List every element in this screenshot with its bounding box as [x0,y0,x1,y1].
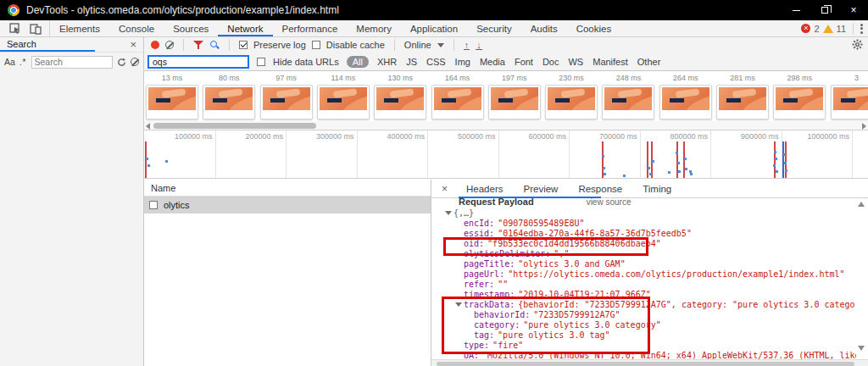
minimize-button[interactable] [782,0,810,20]
filter-type-doc[interactable]: Doc [542,56,560,68]
request-dot [785,169,787,172]
detail-tab-preview[interactable]: Preview [513,181,568,197]
search-close-icon[interactable]: × [130,38,136,51]
tab-memory[interactable]: Memory [347,20,401,36]
detail-tab-headers[interactable]: Headers [456,181,513,197]
page-thumbnail-image [376,87,424,110]
match-case-button[interactable]: Aa [4,57,15,67]
search-panel-tab[interactable]: Search [0,38,95,52]
detail-tab-timing[interactable]: Timing [632,181,682,197]
tab-application[interactable]: Application [401,20,467,36]
hide-data-urls-checkbox[interactable] [257,58,265,66]
tab-elements[interactable]: Elements [50,20,109,36]
scrollbar-thumb[interactable] [153,123,316,129]
search-input[interactable] [31,56,113,69]
filmstrip-frame[interactable]: 248 ms [602,73,654,120]
page-thumbnail-image [320,87,367,110]
network-overview-track[interactable]: 100000 ms200000 ms300000 ms400000 ms5000… [144,130,868,179]
clear-search-icon[interactable] [131,58,139,66]
filter-type-css[interactable]: CSS [426,56,447,68]
settings-gear-icon[interactable] [852,39,863,50]
tab-performance[interactable]: Performance [273,20,348,36]
filter-type-font[interactable]: Font [514,56,534,68]
tree-expand-arrow[interactable] [445,208,453,219]
view-source-link[interactable]: view source [587,198,632,207]
preserve-log-checkbox[interactable] [239,41,248,49]
request-dot [776,170,778,173]
filmstrip-frame[interactable]: 80 ms [203,73,255,120]
filmstrip-frame[interactable]: 97 ms [260,73,313,120]
error-badge-icon[interactable]: × [801,24,810,33]
device-toolbar-icon[interactable] [30,23,42,35]
import-har-icon[interactable]: ↑ [464,41,470,50]
filter-type-all[interactable]: All [347,56,369,68]
warning-badge-icon[interactable] [823,25,833,33]
filmstrip-frame[interactable]: 3 [831,73,868,120]
filmstrip-frame[interactable]: 114 ms [317,73,370,120]
filter-type-ws[interactable]: WS [567,56,584,68]
network-filter-input[interactable] [147,55,249,69]
tab-cookies[interactable]: Cookies [567,20,621,36]
filmstrip-frame[interactable]: 281 ms [716,73,769,120]
more-options-icon[interactable] [860,22,863,35]
filter-type-other[interactable]: Other [637,56,662,68]
clear-network-log-icon[interactable] [165,41,174,49]
error-count[interactable]: 2 [814,24,819,34]
export-har-icon[interactable]: ↓ [476,41,482,50]
scroll-left-icon[interactable] [146,123,150,130]
throttling-select[interactable]: Online [404,40,431,50]
warning-count[interactable]: 11 [837,24,846,34]
request-row-olytics[interactable]: olytics [144,197,431,214]
detail-tab-response[interactable]: Response [568,181,632,197]
tab-sources[interactable]: Sources [164,20,218,36]
thumbnail-navbar [555,98,570,103]
details-horizontal-scrollbar[interactable] [431,359,868,366]
refresh-icon[interactable] [117,58,126,67]
payload-row: encId:"090780595489E8U" [431,219,856,229]
record-network-log-icon[interactable] [151,41,159,49]
tab-audits[interactable]: Audits [521,20,567,36]
timeline-gridline [357,130,358,178]
filter-type-media[interactable]: Media [479,56,506,68]
filmstrip-frame[interactable]: 264 ms [659,73,712,120]
maximize-button[interactable] [810,0,839,20]
filmstrip-frame[interactable]: 130 ms [374,73,426,120]
tab-security[interactable]: Security [467,20,521,36]
filmstrip-scrollbar[interactable] [144,121,868,130]
regex-button[interactable]: .* [19,58,27,67]
waterfall-event-line [647,141,648,178]
hide-data-urls-label[interactable]: Hide data URLs [273,57,339,67]
page-thumbnail-image [548,87,595,110]
chevron-down-icon[interactable] [437,43,444,47]
filter-type-manifest[interactable]: Manifest [592,56,629,68]
filmstrip-frame[interactable]: 197 ms [488,73,541,120]
filmstrip-frame[interactable]: 298 ms [773,73,826,120]
search-network-icon[interactable] [209,40,220,50]
details-close-icon[interactable]: × [431,183,456,195]
network-toolbar: Preserve log Disable cache Online ↑ ↓ [144,37,868,53]
filmstrip-frame[interactable]: 164 ms [431,73,484,120]
timeline-gridline [640,130,641,178]
filter-type-img[interactable]: Img [454,56,471,68]
filmstrip-frame[interactable]: 13 ms [146,73,198,120]
scrollbar-thumb[interactable] [437,362,854,366]
filter-type-js[interactable]: JS [405,56,418,68]
filter-type-xhr[interactable]: XHR [376,56,398,68]
scroll-right-icon[interactable] [862,123,866,130]
scroll-down-icon[interactable] [858,346,865,351]
tab-network[interactable]: Network [218,20,272,36]
thumbnail-navbar [498,98,513,103]
filter-icon[interactable] [193,40,203,50]
disable-cache-label[interactable]: Disable cache [326,40,385,50]
preserve-log-label[interactable]: Preserve log [253,40,306,50]
disable-cache-checkbox[interactable] [312,41,320,49]
inspect-element-icon[interactable] [9,23,21,35]
tab-console[interactable]: Console [109,20,164,36]
page-thumbnail-image [434,87,481,110]
request-payload-section-title: Request Payload [459,198,534,207]
filmstrip-frame[interactable]: 230 ms [545,73,598,120]
scroll-up-icon[interactable] [858,202,865,207]
name-column-header[interactable]: Name [144,180,431,197]
close-button[interactable]: × [839,0,868,20]
request-checkbox[interactable] [149,201,158,209]
